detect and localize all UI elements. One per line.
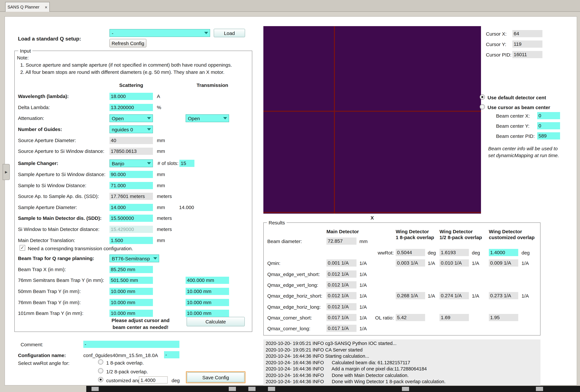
beam-trap-select[interactable]: BT76-Semitransp (110, 255, 159, 262)
beam-diameter-value: 72.857 (326, 238, 356, 245)
log-line: 2020-10-20- 19:05:21 INFO cg3-SANSQ Pyth… (266, 340, 538, 347)
taskbar-item[interactable] (268, 387, 275, 391)
trap-50-trans-input[interactable]: 10.000 mm (186, 288, 229, 295)
note-title: Note: (17, 55, 29, 60)
wavelength-input[interactable]: 18.000 (110, 93, 153, 100)
tab-close-icon[interactable]: × (45, 4, 47, 10)
standard-setup-value: - (112, 30, 113, 36)
attenuation-select[interactable]: Open (110, 114, 153, 122)
qmax-edge-horiz-short-value: 0.012 1/A (326, 292, 356, 299)
log-line: 2020-10-24- 16:44:36 INFO Add a margin o… (266, 366, 538, 372)
trap-76-semitrans-input[interactable]: 501.500 mm (110, 277, 153, 284)
transmission-config-checkbox-label[interactable]: Need a correspnding transmission configu… (28, 246, 133, 251)
chevron-down-icon (147, 128, 151, 131)
taskbar-item[interactable] (536, 387, 543, 391)
sample-si-window-input[interactable]: 71.000 (110, 182, 153, 189)
qmax-edge-horiz-short-unit: 1/A (359, 293, 367, 299)
tab-sans-q-planner[interactable]: SANS Q Planner × (5, 2, 50, 12)
trap-101-trans-input[interactable]: 10.000 mm (186, 310, 229, 317)
qmax-edge-horiz-short-wing1-unit: 1/A (428, 293, 435, 299)
slots-input[interactable]: 15 (179, 160, 194, 167)
taskbar-item[interactable] (402, 387, 409, 391)
trap-50-input[interactable]: 10.000 mm (110, 288, 153, 295)
trap-76-input[interactable]: 10.000 mm (110, 299, 153, 306)
radio-1-8pack-label[interactable]: 1 8-pack overlap. (106, 360, 144, 366)
taskbar-item[interactable] (248, 387, 256, 391)
radio-half-8pack-label[interactable]: 1/2 8-pack overlap. (106, 369, 148, 374)
radio-customized-angle[interactable] (98, 377, 103, 382)
sample-ap-si-window-input[interactable]: 90.000 (110, 171, 153, 178)
calculate-button[interactable]: Calculate (187, 317, 245, 326)
configuration-name-suffix-input[interactable]: - (164, 351, 179, 358)
trap-76-trans-input[interactable]: 10.000 mm (186, 299, 229, 306)
taskbar-item[interactable] (92, 387, 99, 391)
beam-trap-x-input[interactable]: 85.250 mm (110, 266, 153, 273)
delta-lambda-input[interactable]: 13.200000 (110, 104, 153, 111)
guides-select[interactable]: nguides 0 (110, 126, 153, 133)
save-config-button[interactable]: Save Config (187, 372, 244, 382)
qmin-label: Qmin: (267, 260, 280, 266)
wwrot-wing2-value: 1.6193 (439, 249, 469, 256)
header-wing2-line2: 1/2 8-pack overlap (439, 235, 482, 240)
sample-aperture-diameter-label: Sample Aperture Diameter: (18, 205, 77, 210)
save-config-focus-ring: Save Config (186, 372, 245, 383)
beam-center-pid-input[interactable]: 589 (537, 132, 560, 139)
detector-image[interactable] (263, 26, 481, 214)
ol-ratio-label: OL ratio: (368, 315, 394, 320)
log-console[interactable]: 2020-10-20- 19:05:21 INFO cg3-SANSQ Pyth… (263, 339, 541, 386)
ol-ratio-wing1: 5.42 (396, 314, 425, 321)
cursor-x-value: 64 (512, 30, 542, 37)
note-line-1: 1. Source aperture and sample aperture (… (20, 62, 232, 68)
sample-si-window-unit: mm (157, 183, 165, 188)
qmin-wing3-value: 0.009 1/A (489, 259, 518, 266)
radio-use-cursor-center-label[interactable]: Use cursor as beam center (487, 105, 550, 110)
results-group-title: Results (267, 220, 287, 225)
comment-input[interactable]: - (83, 341, 179, 348)
sample-changer-value: Banjo (112, 160, 124, 166)
beam-center-x-input[interactable]: 0 (537, 112, 560, 119)
sdd-unit: meters (157, 215, 172, 221)
wwrot-custom-unit: deg (522, 250, 530, 256)
ssd-value: 17.7601 meters (110, 193, 153, 200)
si-window-main-det-unit: meters (157, 226, 172, 232)
radio-half-8pack[interactable] (98, 368, 103, 373)
load-button[interactable]: Load (214, 29, 245, 37)
qmax-edge-horiz-short-label: Qmax_edge_horiz_short: (267, 293, 322, 299)
sidebar-collapse-handle[interactable]: ▶ (2, 164, 10, 180)
qmax-edge-vert-short-value: 0.012 1/A (326, 270, 356, 278)
sample-aperture-diameter-unit: mm (157, 205, 165, 210)
sdd-input[interactable]: 15.500000 (110, 215, 153, 222)
sample-si-window-label: Sample to Si Window Distance: (18, 183, 86, 188)
header-wing1-line2: 1 8-pack overlap (396, 235, 434, 240)
source-ap-si-window-unit: mm (157, 148, 165, 154)
trap-76-semitrans-trans-input[interactable]: 400.000 mm (186, 277, 229, 284)
radio-use-cursor-center[interactable] (480, 104, 485, 110)
qmax-edge-horiz-short-wing3-unit: 1/A (522, 293, 529, 299)
main-det-translation-input[interactable]: 1.500 (110, 237, 153, 244)
wwrot-select-label: Select wwRot angle for: (18, 360, 69, 366)
transmission-header: Transmission (181, 82, 243, 88)
radio-use-default-center-label[interactable]: Use default detector cent (487, 95, 546, 100)
standard-setup-select[interactable]: - (110, 29, 210, 37)
delta-lambda-unit: % (157, 105, 161, 110)
wwrot-custom-input[interactable]: 1.4000 (489, 249, 518, 256)
qmax-corner-short-unit: 1/A (359, 315, 367, 320)
trap-101-input[interactable]: 10.000 mm (110, 310, 153, 317)
sdd-label: Sample to Main Detector dis. (SDD): (18, 215, 102, 221)
log-line: 2020-10-24- 16:44:36 INFO Done with Wing… (266, 379, 538, 385)
attenuation-transmission-select[interactable]: Open (186, 114, 229, 122)
sample-changer-select[interactable]: Banjo (110, 159, 153, 167)
ssd-unit: meters (157, 193, 172, 199)
detector-bottom-line (263, 212, 481, 213)
refresh-config-button[interactable]: Refresh Config (110, 39, 146, 47)
sample-aperture-diameter-input[interactable]: 14.000 (110, 204, 153, 211)
radio-1-8pack[interactable] (98, 359, 103, 365)
radio-use-default-center[interactable] (480, 94, 485, 100)
qmax-corner-short-label: Qmax_corner_short: (267, 315, 312, 320)
beam-center-y-input[interactable]: 0 (537, 122, 560, 129)
taskbar-item[interactable] (229, 387, 236, 391)
sample-changer-label: Sample Changer: (18, 160, 58, 166)
custom-angle-input[interactable]: 1.4000 (139, 376, 168, 384)
transmission-config-checkbox[interactable] (20, 245, 25, 251)
note-line-2: 2. All four beam stops are round with di… (20, 69, 224, 75)
